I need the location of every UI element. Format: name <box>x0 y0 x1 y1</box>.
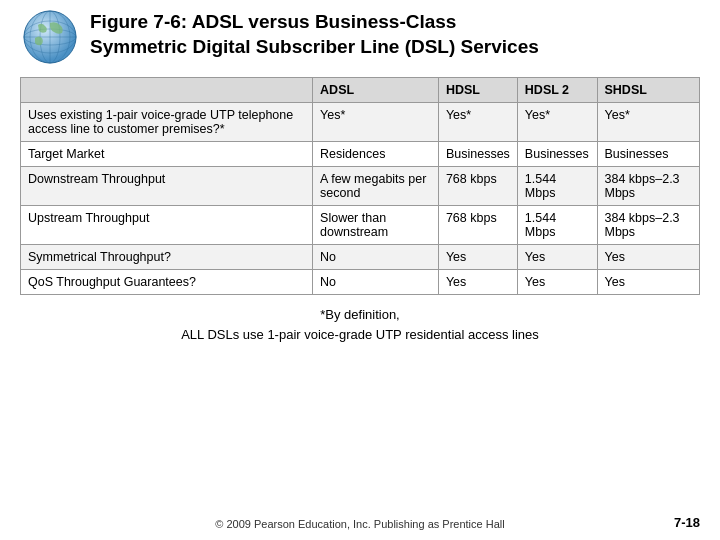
cell-1-adsl: Residences <box>313 142 439 167</box>
cell-3-hdsl2: 1.544 Mbps <box>517 206 597 245</box>
cell-3-adsl: Slower than downstream <box>313 206 439 245</box>
title-line1: Figure 7-6: ADSL versus Business-Class <box>90 11 456 32</box>
page-container: Figure 7-6: ADSL versus Business-Class S… <box>0 0 720 540</box>
title-line2: Symmetric Digital Subscriber Line (DSL) … <box>90 36 539 57</box>
cell-0-label: Uses existing 1-pair voice-grade UTP tel… <box>21 103 313 142</box>
col-header-hdsl: HDSL <box>438 78 517 103</box>
slide-number: 7-18 <box>674 515 700 530</box>
cell-2-adsl: A few megabits per second <box>313 167 439 206</box>
cell-3-label: Upstream Throughput <box>21 206 313 245</box>
cell-5-hdsl2: Yes <box>517 270 597 295</box>
cell-0-hdsl: Yes* <box>438 103 517 142</box>
table-header-row: ADSL HDSL HDSL 2 SHDSL <box>21 78 700 103</box>
cell-1-hdsl: Businesses <box>438 142 517 167</box>
cell-4-hdsl2: Yes <box>517 245 597 270</box>
cell-4-hdsl: Yes <box>438 245 517 270</box>
cell-5-adsl: No <box>313 270 439 295</box>
page-title: Figure 7-6: ADSL versus Business-Class S… <box>90 10 700 59</box>
cell-1-label: Target Market <box>21 142 313 167</box>
copyright-text: © 2009 Pearson Education, Inc. Publishin… <box>215 518 504 530</box>
cell-0-adsl: Yes* <box>313 103 439 142</box>
cell-2-label: Downstream Throughput <box>21 167 313 206</box>
footer-bar: © 2009 Pearson Education, Inc. Publishin… <box>20 518 700 530</box>
cell-2-shdsl: 384 kbps–2.3 Mbps <box>597 167 700 206</box>
cell-5-shdsl: Yes <box>597 270 700 295</box>
cell-5-hdsl: Yes <box>438 270 517 295</box>
title-block: Figure 7-6: ADSL versus Business-Class S… <box>90 10 700 59</box>
table-row: QoS Throughput Guarantees?NoYesYesYes <box>21 270 700 295</box>
cell-1-hdsl2: Businesses <box>517 142 597 167</box>
col-header-label <box>21 78 313 103</box>
col-header-adsl: ADSL <box>313 78 439 103</box>
col-header-hdsl2: HDSL 2 <box>517 78 597 103</box>
cell-0-shdsl: Yes* <box>597 103 700 142</box>
table-row: Upstream ThroughputSlower than downstrea… <box>21 206 700 245</box>
cell-5-label: QoS Throughput Guarantees? <box>21 270 313 295</box>
footnote-line2: ALL DSLs use 1-pair voice-grade UTP resi… <box>181 327 539 342</box>
cell-2-hdsl2: 1.544 Mbps <box>517 167 597 206</box>
table-row: Target MarketResidencesBusinessesBusines… <box>21 142 700 167</box>
col-header-shdsl: SHDSL <box>597 78 700 103</box>
cell-2-hdsl: 768 kbps <box>438 167 517 206</box>
table-row: Uses existing 1-pair voice-grade UTP tel… <box>21 103 700 142</box>
cell-1-shdsl: Businesses <box>597 142 700 167</box>
cell-0-hdsl2: Yes* <box>517 103 597 142</box>
table-row: Symmetrical Throughput?NoYesYesYes <box>21 245 700 270</box>
cell-4-label: Symmetrical Throughput? <box>21 245 313 270</box>
comparison-table: ADSL HDSL HDSL 2 SHDSL Uses existing 1-p… <box>20 77 700 295</box>
table-row: Downstream ThroughputA few megabits per … <box>21 167 700 206</box>
globe-icon <box>20 10 80 65</box>
cell-4-shdsl: Yes <box>597 245 700 270</box>
footnote-line1: *By definition, <box>320 307 400 322</box>
cell-3-hdsl: 768 kbps <box>438 206 517 245</box>
cell-3-shdsl: 384 kbps–2.3 Mbps <box>597 206 700 245</box>
header-area: Figure 7-6: ADSL versus Business-Class S… <box>20 10 700 65</box>
footnote: *By definition, ALL DSLs use 1-pair voic… <box>181 305 539 344</box>
cell-4-adsl: No <box>313 245 439 270</box>
